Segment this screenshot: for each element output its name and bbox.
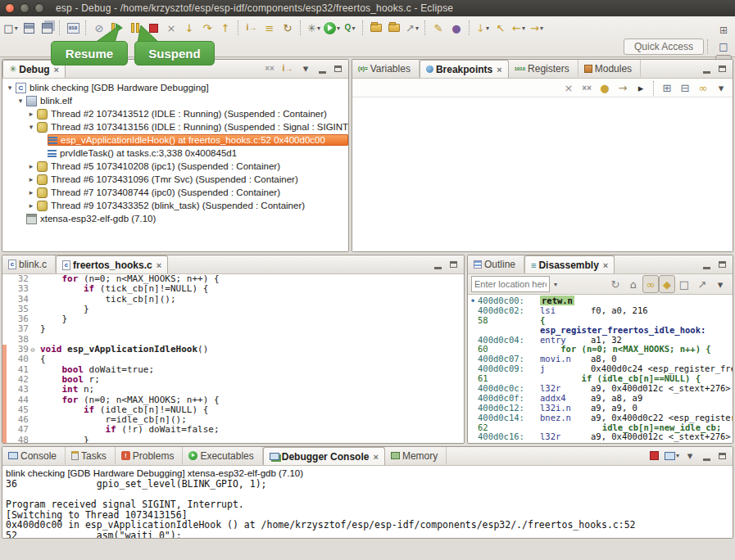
refresh-view-button[interactable]: ↻ — [606, 275, 624, 293]
view-tab-variables[interactable]: (x)=Variables — [352, 60, 420, 77]
dropdown-arrow-icon[interactable]: ▾ — [317, 25, 320, 32]
view-tab-outline[interactable]: Outline — [468, 255, 524, 273]
view-tab-memory[interactable]: Memory — [385, 447, 447, 464]
debug-tree-item[interactable]: esp_vApplicationIdleHook() at freertos_h… — [2, 133, 348, 147]
pencil-button[interactable]: ✎ — [429, 19, 447, 37]
location-dropdown-button[interactable]: ▾ — [550, 276, 561, 292]
open-perspective-button[interactable]: ⊞ — [715, 22, 732, 38]
view-tab-registers[interactable]: 1010Registers — [509, 60, 578, 77]
code-editor[interactable]: 32 for (n=0; n<MAX_HOOKS; n++) {33 if (t… — [2, 274, 464, 444]
remove-all-terminated-button[interactable]: ×× — [261, 60, 279, 78]
maximize-view-button[interactable] — [330, 61, 346, 76]
window-close-button[interactable] — [5, 3, 15, 13]
minimize-view-button[interactable] — [315, 61, 330, 76]
disassembly-listing[interactable]: ◆400d0c00:retw.n400d0c02:lsif0, a0, 2165… — [468, 295, 733, 444]
forward-button[interactable]: →▾ — [528, 19, 546, 37]
show-breakpoints-for-button[interactable]: ● — [596, 79, 614, 97]
view-menu-button[interactable]: ▾ — [681, 447, 699, 465]
last-edit-location-button[interactable]: ↖ — [492, 19, 510, 37]
resume-button[interactable] — [108, 19, 126, 37]
run-button[interactable]: ▾ — [323, 19, 341, 37]
open-new-view-button[interactable]: □ — [675, 275, 693, 293]
view-menu-button[interactable]: ▾ — [297, 60, 315, 78]
close-tab-icon[interactable]: × — [54, 65, 59, 75]
collapse-arrow-icon[interactable]: ▾ — [16, 97, 25, 105]
globe-button[interactable]: ● — [447, 19, 465, 37]
build-button[interactable]: 010 — [64, 19, 82, 37]
code-line-48[interactable]: 48 } — [2, 436, 464, 444]
view-tab-problems[interactable]: !Problems — [116, 447, 184, 464]
terminate-button[interactable] — [144, 19, 162, 37]
close-tab-icon[interactable]: × — [497, 65, 501, 75]
view-tab-modules[interactable]: Modules — [578, 60, 641, 77]
editor-tab-blink-c[interactable]: cblink.c — [2, 255, 56, 273]
go-to-file-button[interactable]: → — [614, 79, 632, 97]
view-menu-button[interactable]: ▾ — [712, 79, 730, 97]
code-line-36[interactable]: 36 } — [2, 314, 464, 324]
collapse-arrow-icon[interactable]: ▾ — [6, 84, 14, 92]
close-tab-icon[interactable]: × — [157, 260, 161, 270]
maximize-view-button[interactable] — [715, 61, 730, 76]
debug-tree-item[interactable]: ▾Cblink checking [GDB Hardware Debugging… — [2, 81, 348, 94]
expand-arrow-icon[interactable]: ▸ — [27, 110, 35, 118]
maximize-view-button[interactable] — [715, 448, 730, 463]
dropdown-arrow-icon[interactable]: ▾ — [415, 25, 419, 32]
launch-button[interactable]: ↗▾ — [403, 19, 421, 37]
minimize-view-button[interactable] — [430, 256, 446, 272]
window-maximize-button[interactable] — [34, 3, 44, 13]
dropdown-arrow-icon[interactable]: ▾ — [522, 25, 525, 32]
debug-tree-item[interactable]: ▾Thread #3 1073413156 (IDLE : Running) (… — [2, 120, 348, 133]
remove-breakpoint-button[interactable]: × — [560, 79, 578, 97]
disassembly-row[interactable]: addx4a9, a8, a9 — [468, 442, 733, 444]
disassembly-row[interactable]: 400d0c02:lsif0, a0, 216 — [468, 306, 733, 316]
annotation-nav-button[interactable]: ↓▾ — [474, 19, 492, 37]
instruction-stepping-mode-button[interactable]: i→ — [279, 60, 297, 78]
fold-collapse-icon[interactable]: ⊖ — [29, 345, 37, 355]
minimize-view-button[interactable] — [699, 61, 715, 76]
maximize-view-button[interactable] — [715, 256, 730, 272]
maximize-view-button[interactable] — [446, 256, 461, 272]
expand-arrow-icon[interactable]: ▸ — [27, 188, 35, 196]
view-tab-debugger-console[interactable]: Debugger Console× — [263, 447, 385, 465]
open-folder-button[interactable] — [385, 19, 403, 37]
external-tools-button[interactable]: Q▾ — [341, 19, 359, 37]
debug-tree-item[interactable]: ▾blink.elf — [2, 94, 348, 107]
collapse-all-button[interactable]: ⊟ — [676, 79, 694, 97]
track-expression-button[interactable]: ◆ — [659, 275, 675, 293]
disassembly-row[interactable]: 400d0c12:l32i.na9, a9, 0 — [468, 404, 733, 413]
expand-arrow-icon[interactable]: ▸ — [27, 162, 35, 170]
debug-tree-item[interactable]: ▸Thread #2 1073413512 (IDLE : Running) (… — [2, 107, 348, 120]
instruction-stepping-button[interactable]: i→ — [243, 19, 261, 37]
dropdown-arrow-icon[interactable]: ▾ — [486, 25, 489, 32]
dropdown-arrow-icon[interactable]: ▾ — [337, 25, 340, 32]
view-tab-tasks[interactable]: Tasks — [66, 447, 116, 464]
view-menu-button[interactable]: ▾ — [711, 275, 729, 293]
back-button[interactable]: ←▾ — [510, 19, 528, 37]
sync-with-stack-frame-button[interactable]: ∞ — [642, 275, 659, 293]
dropdown-arrow-icon[interactable]: ▾ — [540, 25, 543, 32]
minimize-view-button[interactable] — [699, 448, 715, 463]
debug-tree-item[interactable]: ▸Thread #9 1073433352 (blink_task) (Susp… — [2, 199, 348, 212]
skip-all-breakpoints-button[interactable]: ⊘ — [90, 19, 108, 37]
c-cpp-perspective-button[interactable]: □ — [715, 38, 732, 55]
collapse-arrow-icon[interactable]: ▾ — [27, 123, 35, 131]
dropdown-arrow-icon[interactable]: ▾ — [352, 25, 355, 32]
debug-button[interactable]: ✳▾ — [305, 19, 323, 37]
code-line-35[interactable]: 35 } — [2, 305, 464, 314]
new-project-folder-button[interactable] — [367, 19, 385, 37]
disassembly-row[interactable]: 58{ — [468, 316, 733, 326]
expand-arrow-icon[interactable]: ▸ — [27, 201, 35, 210]
view-tab-breakpoints[interactable]: Breakpoints× — [420, 60, 509, 78]
select-pointer-button[interactable]: ▸ — [632, 79, 650, 97]
link-with-debug-view-button[interactable]: ∞ — [694, 79, 712, 97]
disassembly-row[interactable]: 400d0c14:bnez.na9, 0x400d0c22 <esp_regis… — [468, 413, 733, 423]
terminate-console-button[interactable] — [645, 447, 663, 465]
debug-tree-item[interactable]: prvIdleTask() at tasks.c:3,338 0x400845d… — [2, 147, 348, 160]
pin-view-button[interactable]: ↗ — [693, 275, 711, 293]
step-over-button[interactable]: ↷ — [198, 19, 216, 37]
use-step-filters-button[interactable]: ≡ — [261, 19, 279, 37]
disassembly-row[interactable]: 400d0c0f:addx4a9, a8, a9 — [468, 394, 733, 404]
suspend-button[interactable] — [126, 19, 144, 37]
debug-tree-item[interactable]: ▸Thread #5 1073410208 (ipc1) (Suspended … — [2, 160, 348, 173]
home-button[interactable]: ⌂ — [624, 275, 642, 293]
